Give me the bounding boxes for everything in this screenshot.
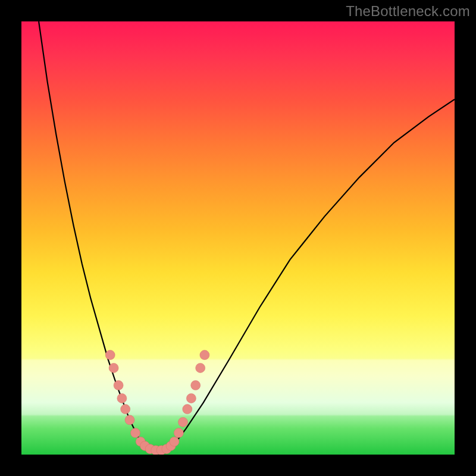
marker-dot <box>109 363 118 372</box>
curve-path <box>39 21 455 453</box>
marker-dot <box>114 381 123 390</box>
marker-dot <box>186 393 196 403</box>
marker-dot <box>191 381 201 390</box>
marker-dot <box>200 350 209 360</box>
marker-dot <box>174 428 183 438</box>
marker-dot <box>170 437 179 446</box>
watermark-text: TheBottleneck.com <box>346 3 470 20</box>
marker-dot <box>117 393 127 403</box>
plot-area <box>21 21 455 455</box>
marker-dot <box>196 363 205 372</box>
chart-svg <box>21 21 455 455</box>
marker-dot <box>131 428 140 438</box>
marker-dot <box>178 417 188 427</box>
marker-dot <box>121 405 130 414</box>
marker-dot <box>105 350 115 360</box>
marker-dot <box>183 405 192 414</box>
chart-frame: TheBottleneck.com <box>0 0 476 476</box>
markers-group <box>105 350 209 455</box>
marker-dot <box>125 415 134 425</box>
